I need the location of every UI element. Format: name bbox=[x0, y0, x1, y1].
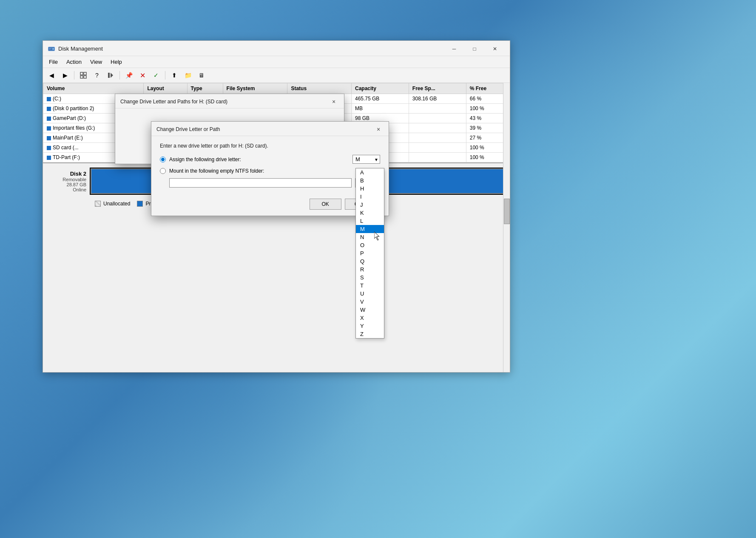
row-free bbox=[409, 114, 466, 123]
disk-icon bbox=[48, 46, 55, 52]
dialog1-title: Change Drive Letter and Paths for H: (SD… bbox=[120, 99, 227, 105]
back-button[interactable]: ◀ bbox=[45, 70, 57, 81]
dropdown-item-X[interactable]: X bbox=[356, 314, 384, 322]
toolbar-btn-screen[interactable]: 🖥 bbox=[196, 70, 207, 81]
radio-row-mount: Mount in the following empty NTFS folder… bbox=[160, 168, 380, 174]
dropdown-item-M[interactable]: M bbox=[356, 225, 384, 233]
letter-select[interactable]: H A B I J K L M N O P bbox=[352, 155, 380, 164]
dropdown-item-Z[interactable]: Z bbox=[356, 330, 384, 338]
dropdown-item-A[interactable]: A bbox=[356, 168, 384, 176]
svg-rect-3 bbox=[49, 48, 51, 48]
svg-rect-9 bbox=[108, 73, 110, 78]
dialog2-title: Change Drive Letter or Path bbox=[156, 126, 220, 132]
dropdown-item-K[interactable]: K bbox=[356, 209, 384, 217]
toolbar: ◀ ▶ ? 📌 ✕ ✓ ⬆ 📁 🖥 bbox=[43, 68, 510, 83]
toolbar-separator-1 bbox=[74, 71, 74, 80]
dropdown-item-R[interactable]: R bbox=[356, 265, 384, 273]
row-free: 308.16 GB bbox=[409, 94, 466, 104]
close-button[interactable]: ✕ bbox=[485, 43, 505, 55]
dropdown-item-B[interactable]: B bbox=[356, 176, 384, 185]
row-capacity: 465.75 GB bbox=[351, 94, 409, 104]
forward-button[interactable]: ▶ bbox=[59, 70, 71, 81]
dropdown-item-V[interactable]: V bbox=[356, 298, 384, 306]
svg-marker-10 bbox=[111, 73, 113, 78]
menu-bar: File Action View Help bbox=[43, 56, 510, 68]
dialog2-ok-button[interactable]: OK bbox=[310, 199, 341, 210]
legend-color-unallocated bbox=[95, 201, 101, 207]
radio-mount[interactable] bbox=[160, 168, 166, 174]
menu-action[interactable]: Action bbox=[62, 57, 86, 67]
radio-assign[interactable] bbox=[160, 157, 166, 162]
dropdown-item-I[interactable]: I bbox=[356, 193, 384, 201]
dropdown-item-N[interactable]: N bbox=[356, 233, 384, 241]
toolbar-btn-delete[interactable]: ✕ bbox=[136, 70, 148, 81]
radio-mount-label: Mount in the following empty NTFS folder… bbox=[169, 168, 264, 174]
svg-rect-5 bbox=[80, 72, 83, 75]
toolbar-btn-pin[interactable]: 📌 bbox=[123, 70, 135, 81]
legend-unallocated-label: Unallocated bbox=[103, 201, 130, 207]
col-filesystem: File System bbox=[223, 83, 287, 94]
col-capacity: Capacity bbox=[351, 83, 409, 94]
col-layout: Layout bbox=[144, 83, 187, 94]
maximize-button[interactable]: □ bbox=[465, 43, 484, 55]
row-free bbox=[409, 143, 466, 153]
disk-name: Disk 2 bbox=[48, 171, 86, 177]
radio-row-assign: Assign the following drive letter: H A B… bbox=[160, 155, 380, 164]
dropdown-item-S[interactable]: S bbox=[356, 273, 384, 282]
minimize-button[interactable]: ─ bbox=[444, 43, 464, 55]
svg-point-2 bbox=[52, 48, 54, 50]
dialog2-title-bar: Change Drive Letter or Path × bbox=[151, 122, 389, 136]
disk-type: Removable bbox=[48, 177, 86, 182]
dialog2-footer: OK Cancel bbox=[151, 194, 389, 216]
toolbar-btn-grid[interactable] bbox=[77, 70, 89, 81]
dropdown-item-H[interactable]: H bbox=[356, 185, 384, 193]
row-free bbox=[409, 133, 466, 143]
dropdown-item-P[interactable]: P bbox=[356, 249, 384, 257]
toolbar-btn-help[interactable]: ? bbox=[91, 70, 103, 81]
disk-status: Online bbox=[48, 187, 86, 192]
toolbar-separator-2 bbox=[119, 71, 120, 80]
disk-label: Disk 2 Removable 28.87 GB Online bbox=[48, 171, 91, 192]
menu-file[interactable]: File bbox=[45, 57, 62, 67]
title-bar: Disk Management ─ □ ✕ bbox=[43, 41, 510, 56]
dropdown-item-L[interactable]: L bbox=[356, 217, 384, 225]
title-controls: ─ □ ✕ bbox=[444, 43, 505, 55]
dropdown-item-J[interactable]: J bbox=[356, 201, 384, 209]
row-free bbox=[409, 123, 466, 133]
dialog2-close-button[interactable]: × bbox=[373, 125, 384, 134]
col-type: Type bbox=[187, 83, 223, 94]
dropdown-item-Y[interactable]: Y bbox=[356, 322, 384, 330]
row-capacity: MB bbox=[351, 104, 409, 114]
disk-size: 28.87 GB bbox=[48, 182, 86, 187]
dialog1-close-button[interactable]: × bbox=[329, 97, 339, 106]
row-free bbox=[409, 153, 466, 162]
menu-help[interactable]: Help bbox=[106, 57, 126, 67]
scrollbar-thumb[interactable] bbox=[504, 199, 510, 224]
scrollbar-track[interactable] bbox=[503, 83, 510, 372]
svg-rect-4 bbox=[49, 49, 51, 49]
toolbar-btn-check[interactable]: ✓ bbox=[150, 70, 162, 81]
toolbar-btn-folder[interactable]: 📁 bbox=[182, 70, 194, 81]
legend-unallocated: Unallocated bbox=[95, 201, 130, 207]
dropdown-item-W[interactable]: W bbox=[356, 306, 384, 314]
dropdown-item-Q[interactable]: Q bbox=[356, 257, 384, 265]
toolbar-btn-play[interactable] bbox=[105, 70, 117, 81]
radio-assign-label: Assign the following drive letter: bbox=[169, 157, 241, 162]
col-volume: Volume bbox=[43, 83, 144, 94]
menu-view[interactable]: View bbox=[86, 57, 106, 67]
dialog-change-drive-letter-path: Change Drive Letter or Path × Enter a ne… bbox=[151, 121, 389, 216]
svg-rect-7 bbox=[80, 76, 83, 78]
letter-select-wrapper: H A B I J K L M N O P ▼ bbox=[352, 155, 380, 164]
legend-color-primary bbox=[137, 201, 143, 207]
dialog1-title-bar: Change Drive Letter and Paths for H: (SD… bbox=[115, 94, 344, 108]
toolbar-btn-up[interactable]: ⬆ bbox=[168, 70, 180, 81]
dialog2-description: Enter a new drive letter or path for H: … bbox=[160, 143, 380, 149]
svg-rect-6 bbox=[84, 72, 86, 75]
dropdown-item-T[interactable]: T bbox=[356, 282, 384, 290]
dropdown-item-O[interactable]: O bbox=[356, 241, 384, 249]
window-title: Disk Management bbox=[58, 46, 103, 52]
folder-path-input[interactable] bbox=[169, 178, 352, 188]
toolbar-separator-3 bbox=[165, 71, 165, 80]
dropdown-item-U[interactable]: U bbox=[356, 290, 384, 298]
folder-row: Bro... bbox=[169, 178, 380, 188]
